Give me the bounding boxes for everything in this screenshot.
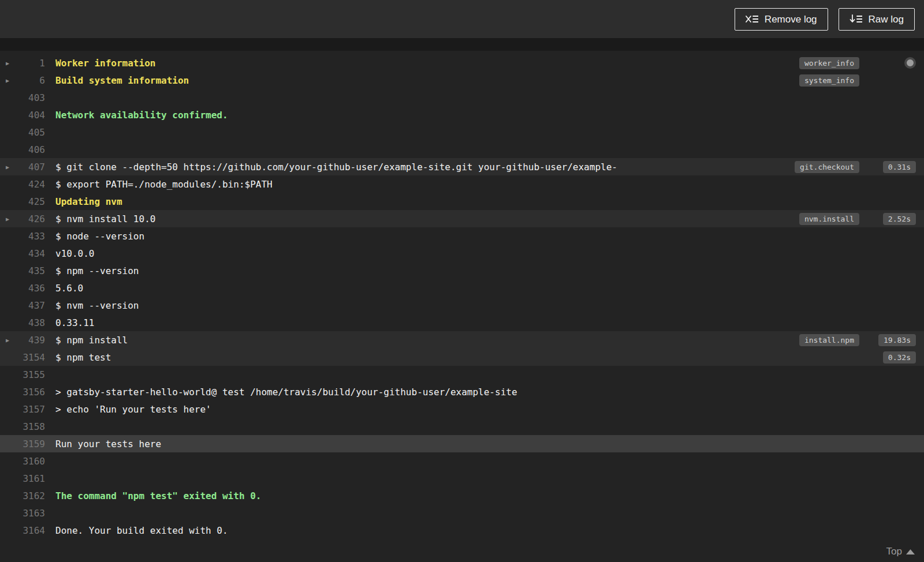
line-number[interactable]: 426: [15, 213, 45, 224]
line-number[interactable]: 439: [15, 335, 45, 346]
line-number[interactable]: 3160: [15, 456, 45, 467]
duration-slot: 2.52s: [859, 213, 924, 225]
line-text: The command "npm test" exited with 0.: [55, 490, 859, 501]
duration-slot: 0.31s: [859, 161, 924, 173]
line-text: Updating nvm: [55, 196, 859, 207]
fold-toggle-icon[interactable]: ▶: [0, 60, 15, 66]
log-line: ▶ 437 $ nvm --version: [0, 297, 924, 314]
line-text: Run your tests here: [55, 439, 859, 449]
line-text: 0.33.11: [55, 317, 859, 328]
line-text: $ npm --version: [55, 265, 859, 276]
line-text: $ git clone --depth=50 https://github.co…: [55, 162, 788, 173]
log-line: ▶ 3164 Done. Your build exited with 0.: [0, 522, 924, 539]
log-line: ▶ 435 $ npm --version: [0, 262, 924, 279]
log-lines: ▶ 1 Worker information worker_info ▶ 6 B…: [0, 54, 924, 539]
log-line: ▶ 3159 Run your tests here: [0, 435, 924, 452]
line-number[interactable]: 3164: [15, 525, 45, 536]
log-line: ▶ 6 Build system information system_info: [0, 72, 924, 89]
line-number[interactable]: 425: [15, 196, 45, 207]
log-line: ▶ 425 Updating nvm: [0, 193, 924, 210]
line-number[interactable]: 434: [15, 248, 45, 259]
remove-log-button[interactable]: Remove log: [735, 8, 828, 31]
log-line: ▶ 439 $ npm install install.npm 19.83s: [0, 331, 924, 349]
line-text: Build system information: [55, 75, 792, 86]
duration-slot: 0.32s: [859, 351, 924, 364]
line-text: $ export PATH=./node_modules/.bin:$PATH: [55, 179, 859, 190]
remove-log-icon: [746, 14, 758, 24]
duration-badge: 0.31s: [883, 161, 916, 173]
follow-log-button[interactable]: [904, 57, 916, 69]
duration-badge: 19.83s: [878, 334, 916, 346]
log-line: ▶ 404 Network availability confirmed.: [0, 106, 924, 123]
log-line: ▶ 434 v10.0.0: [0, 245, 924, 262]
line-number[interactable]: 6: [15, 75, 45, 86]
line-number[interactable]: 404: [15, 110, 45, 121]
line-text: Worker information: [55, 58, 792, 69]
line-number[interactable]: 435: [15, 265, 45, 276]
line-number[interactable]: 3158: [15, 421, 45, 432]
line-number[interactable]: 3162: [15, 490, 45, 501]
duration-badge: 2.52s: [883, 213, 916, 225]
fold-toggle-icon[interactable]: ▶: [0, 216, 15, 222]
scroll-to-top-link[interactable]: Top: [886, 546, 915, 557]
fold-name-badge: system_info: [799, 74, 859, 87]
fold-name-badge: worker_info: [799, 57, 859, 69]
raw-log-icon: [850, 14, 862, 24]
line-number[interactable]: 438: [15, 317, 45, 328]
line-number[interactable]: 3155: [15, 369, 45, 380]
line-text: $ npm test: [55, 352, 859, 363]
line-number[interactable]: 3154: [15, 352, 45, 363]
raw-log-label: Raw log: [869, 14, 904, 24]
line-number[interactable]: 407: [15, 162, 45, 173]
scroll-to-top-label: Top: [886, 546, 902, 557]
line-number[interactable]: 3157: [15, 404, 45, 415]
fold-toggle-icon[interactable]: ▶: [0, 164, 15, 170]
log-line: ▶ 3162 The command "npm test" exited wit…: [0, 487, 924, 504]
log-line: ▶ 436 5.6.0: [0, 279, 924, 297]
log-line: ▶ 3158: [0, 418, 924, 435]
line-number[interactable]: 403: [15, 92, 45, 103]
log-line: ▶ 407 $ git clone --depth=50 https://git…: [0, 158, 924, 175]
log-line: ▶ 405: [0, 123, 924, 141]
fold-name-badge: install.npm: [799, 334, 859, 346]
line-text: $ nvm install 10.0: [55, 213, 792, 224]
line-text: $ node --version: [55, 231, 859, 242]
log-line: ▶ 3156 > gatsby-starter-hello-world@ tes…: [0, 383, 924, 400]
log-line: ▶ 3157 > echo 'Run your tests here': [0, 400, 924, 418]
log-line: ▶ 406: [0, 141, 924, 158]
fold-toggle-icon[interactable]: ▶: [0, 337, 15, 343]
line-number[interactable]: 436: [15, 283, 45, 294]
line-text: Network availability confirmed.: [55, 110, 859, 121]
log-toolbar: Remove log Raw log: [0, 0, 924, 38]
fold-name-badge: nvm.install: [799, 213, 859, 225]
line-number[interactable]: 1: [15, 58, 45, 69]
raw-log-button[interactable]: Raw log: [839, 8, 915, 31]
fold-toggle-icon[interactable]: ▶: [0, 77, 15, 84]
duration-badge: 0.32s: [883, 351, 916, 364]
remove-log-label: Remove log: [765, 14, 817, 24]
log-line: ▶ 1 Worker information worker_info: [0, 54, 924, 72]
log-line: ▶ 438 0.33.11: [0, 314, 924, 331]
build-log: ▶ 1 Worker information worker_info ▶ 6 B…: [0, 51, 924, 562]
chevron-up-icon: [906, 546, 915, 557]
line-number[interactable]: 3156: [15, 387, 45, 398]
duration-slot: 19.83s: [859, 334, 924, 346]
line-number[interactable]: 433: [15, 231, 45, 242]
line-number[interactable]: 424: [15, 179, 45, 190]
duration-slot: [859, 57, 924, 69]
log-line: ▶ 3161: [0, 470, 924, 487]
line-number[interactable]: 437: [15, 300, 45, 311]
line-number[interactable]: 3159: [15, 439, 45, 449]
log-line: ▶ 433 $ node --version: [0, 227, 924, 245]
line-text: Done. Your build exited with 0.: [55, 525, 859, 536]
line-text: $ nvm --version: [55, 300, 859, 311]
line-number[interactable]: 406: [15, 144, 45, 155]
log-line: ▶ 3163: [0, 504, 924, 522]
fold-name-badge: git.checkout: [795, 161, 859, 173]
line-number[interactable]: 3163: [15, 508, 45, 519]
line-number[interactable]: 3161: [15, 473, 45, 484]
log-line: ▶ 403: [0, 89, 924, 106]
line-text: > echo 'Run your tests here': [55, 404, 859, 415]
log-line: ▶ 3155: [0, 366, 924, 383]
line-number[interactable]: 405: [15, 127, 45, 138]
